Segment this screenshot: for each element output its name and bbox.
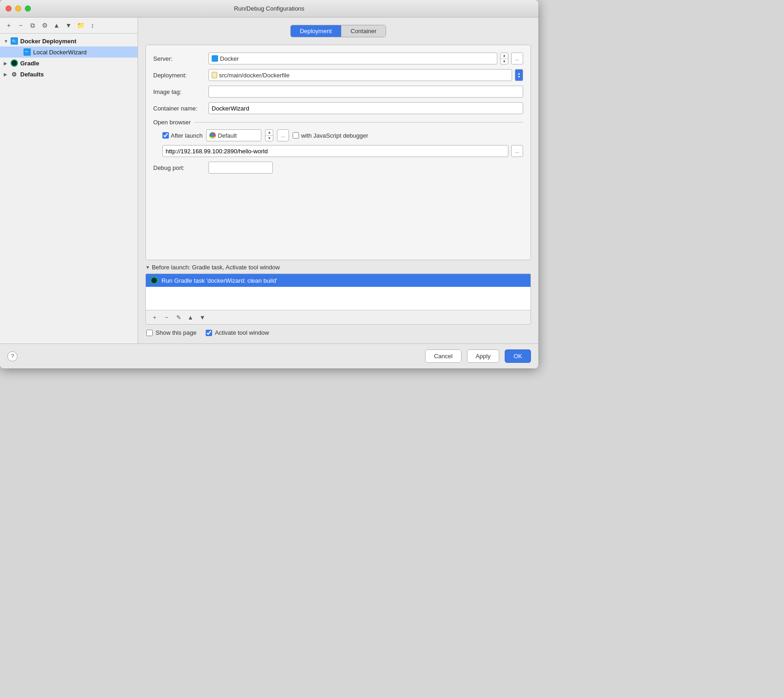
activate-window-row: Activate tool window [206,329,269,336]
server-down-arrow: ▼ [501,59,508,64]
show-page-label: Show this page [156,329,196,336]
url-row: ... [162,145,523,157]
browser-ellipsis-button[interactable]: ... [277,129,289,141]
apply-button[interactable]: Apply [467,349,500,363]
move-down-button[interactable]: ▼ [63,20,74,30]
launch-down-button[interactable]: ▼ [197,312,208,322]
after-launch-checkbox[interactable] [162,132,169,139]
chrome-icon [209,132,216,139]
open-browser-line [195,122,523,122]
add-config-button[interactable]: + [4,20,14,30]
after-launch-label: After launch [171,132,202,139]
cancel-button[interactable]: Cancel [425,349,461,363]
launch-item-text: Run Gradle task 'dockerWizard: clean bui… [161,277,277,284]
right-panel: Deployment Container Server: Docker ▲ ▼ [138,17,538,343]
browser-down-arrow: ▼ [265,136,273,141]
remove-config-button[interactable]: − [16,20,26,30]
tab-deployment[interactable]: Deployment [291,25,341,37]
svg-rect-0 [12,41,13,41]
wrench-button[interactable]: ⚙ [40,20,50,30]
image-tag-input[interactable] [208,86,523,98]
debug-port-label: Debug port: [153,164,208,171]
js-debugger-row: with JavaScript debugger [293,132,368,139]
after-launch-wrap: After launch [162,132,202,139]
launch-edit-button[interactable]: ✎ [173,312,184,322]
deploy-down: ▼ [518,75,521,78]
launch-empty-area [146,287,530,310]
launch-toolbar: + − ✎ ▲ ▼ [146,310,530,324]
image-tag-label: Image tag: [153,88,208,95]
open-browser-header: Open browser [153,119,523,126]
deploy-up: ▲ [518,72,521,75]
svg-rect-1 [13,41,14,41]
server-select[interactable]: Docker [208,52,497,64]
before-launch-section: ▼ Before launch: Gradle task, Activate t… [145,264,531,325]
open-browser-section: Open browser After launch Default ▲ [153,119,523,157]
server-value: Docker [220,55,494,62]
title-bar: Run/Debug Configurations [0,0,538,17]
docker-wizard-icon [23,48,31,56]
server-ellipsis-button[interactable]: ... [511,52,523,64]
server-up-arrow: ▲ [501,53,508,59]
url-ellipsis-button[interactable]: ... [511,145,523,157]
gradle-task-icon [150,277,158,284]
launch-remove-button[interactable]: − [161,312,172,322]
minimize-button[interactable] [15,6,21,12]
url-input[interactable] [162,145,508,157]
sidebar-item-defaults[interactable]: ▶ ⚙ Defaults [0,69,138,80]
expand-arrow-gradle: ▶ [4,61,10,66]
launch-up-button[interactable]: ▲ [185,312,196,322]
svg-rect-4 [25,52,26,52]
debug-port-input[interactable] [208,162,273,174]
activate-window-checkbox[interactable] [206,330,212,336]
window-title: Run/Debug Configurations [234,5,304,12]
copy-config-button[interactable]: ⧉ [28,20,38,30]
js-debugger-label: with JavaScript debugger [301,132,368,139]
gradle-label: Gradle [20,60,39,67]
move-up-button[interactable]: ▲ [52,20,62,30]
js-debugger-checkbox[interactable] [293,132,299,139]
show-page-checkbox[interactable] [146,330,153,336]
deployment-dropdown-button[interactable]: ▲ ▼ [515,69,523,81]
sidebar-item-local-docker-wizard[interactable]: Local DockerWizard [0,47,138,58]
bottom-action-bar: ? Cancel Apply OK [0,343,538,368]
image-tag-row: Image tag: [153,86,523,98]
before-launch-collapse[interactable]: ▼ [145,265,150,270]
open-browser-title: Open browser [153,119,191,126]
expand-arrow-docker: ▼ [4,39,10,44]
maximize-button[interactable] [25,6,31,12]
browser-up-arrow: ▲ [265,130,273,136]
launch-add-button[interactable]: + [150,312,160,322]
sidebar-item-gradle[interactable]: ▶ Gradle [0,58,138,69]
launch-item[interactable]: Run Gradle task 'dockerWizard: clean bui… [146,274,530,287]
container-name-input[interactable] [208,102,523,114]
server-label: Server: [153,55,208,62]
before-launch-header: ▼ Before launch: Gradle task, Activate t… [145,264,531,271]
server-docker-icon [212,55,218,62]
help-button[interactable]: ? [7,351,17,361]
traffic-lights [6,6,31,12]
tab-container[interactable]: Container [341,25,386,37]
browser-combo-arrows[interactable]: ▲ ▼ [265,129,273,141]
deployment-select[interactable]: src/main/docker/Dockerfile [208,69,512,81]
tab-group: Deployment Container [290,25,386,37]
defaults-icon: ⚙ [10,70,18,78]
folder-button[interactable]: 📁 [75,20,86,30]
tab-bar: Deployment Container [145,25,531,37]
activate-window-label: Activate tool window [215,329,269,336]
svg-rect-6 [27,52,28,52]
close-button[interactable] [6,6,12,12]
sort-button[interactable]: ↕ [87,20,98,30]
deployment-label: Deployment: [153,72,208,79]
file-icon [212,72,217,78]
server-combo-arrows[interactable]: ▲ ▼ [500,52,508,64]
svg-rect-2 [14,41,15,41]
deployment-row: Deployment: src/main/docker/Dockerfile ▲… [153,69,523,81]
container-name-row: Container name: [153,102,523,114]
sidebar-item-docker-deployment[interactable]: ▼ Docker Deployment [0,35,138,47]
browser-select[interactable]: Default [206,129,261,141]
ok-button[interactable]: OK [505,349,531,363]
before-launch-list: Run Gradle task 'dockerWizard: clean bui… [145,273,531,325]
docker-folder-icon [10,37,18,45]
config-area: Server: Docker ▲ ▼ ... Deployment: [145,45,531,260]
